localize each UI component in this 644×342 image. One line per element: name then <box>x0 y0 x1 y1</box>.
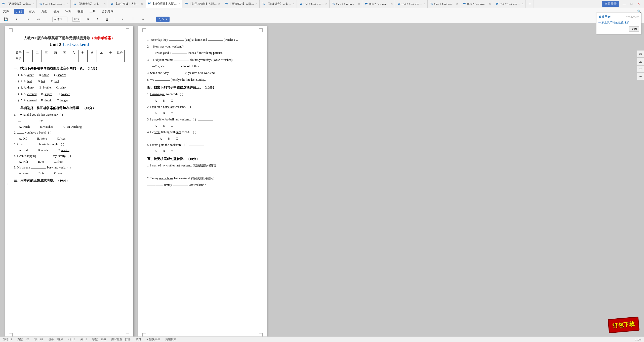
menu-view[interactable]: 视图 <box>76 9 85 14</box>
sidebar-icon-3[interactable]: ♡ <box>637 65 644 72</box>
tab-14-close[interactable]: ✕ <box>489 3 491 5</box>
tab-7-close[interactable]: ✕ <box>255 3 257 5</box>
status-words: 字数：1661 <box>92 337 106 341</box>
section-4-heading: 四、找出下列句子中错误选项并改正。（10分） <box>147 85 258 90</box>
tab-8-close[interactable]: ✕ <box>293 3 295 5</box>
tab-1-close[interactable]: ✕ <box>32 3 34 5</box>
q4-2-underline1: fall <box>152 105 156 109</box>
menu-ref[interactable]: 引用 <box>52 9 60 14</box>
menu-vip[interactable]: 会员专享 <box>101 9 115 14</box>
status-bar: 页码：1 页数：1/9 节：1/1 设备：2厘米 行：1 列：1 字数：1661… <box>0 336 644 342</box>
q1-1-B: show <box>42 73 49 77</box>
menu-insert[interactable]: 插入 <box>28 9 36 14</box>
menu-file[interactable]: 文件 <box>2 9 10 14</box>
font-select[interactable]: 宋体 ▾ <box>52 17 67 22</box>
download-badge[interactable]: 打包下载 <box>608 317 639 333</box>
add-tab-btn[interactable]: + <box>526 0 534 8</box>
q2-5-B: B. is <box>38 172 44 175</box>
section-5-heading: 五、按要求完成句型转换。（10分） <box>147 157 258 161</box>
tab-11[interactable]: W Unit 2 Last wee… ✕ <box>363 0 395 8</box>
tab-10-close[interactable]: ✕ <box>358 3 360 5</box>
align-left-button[interactable]: ≡ <box>120 17 125 22</box>
italic-button[interactable]: I <box>95 17 99 22</box>
score-cell-4 <box>51 56 60 62</box>
menu-review[interactable]: 审阅 <box>64 9 72 14</box>
tab-8[interactable]: W 【阅读提升】人影… ✕ <box>260 0 297 8</box>
maximize-button[interactable]: □ <box>629 2 634 6</box>
tab-15-label: Unit 2 Last wee… <box>500 3 520 6</box>
font-size-select[interactable]: 12 ▾ <box>72 17 80 22</box>
tab-2[interactable]: W Unit 2 Last week… ✕ <box>37 0 71 8</box>
score-header-6: 六 <box>69 50 78 56</box>
menu-page[interactable]: 页面 <box>40 9 48 14</box>
print-button[interactable]: 🖨 <box>35 17 42 22</box>
sidebar-icon-4[interactable]: ⋯ <box>637 73 644 80</box>
tab-9[interactable]: W Unit 2 Last wee… ✕ <box>297 0 330 8</box>
tab-12-close[interactable]: ✕ <box>423 3 425 5</box>
q3-1-blank2 <box>208 40 223 41</box>
sidebar-icon-2[interactable]: ☁ <box>637 58 644 65</box>
tab-4-close[interactable]: ✕ <box>141 3 143 5</box>
score-cell-6 <box>69 56 78 62</box>
tab-14[interactable]: W Unit 2 Last wee… ✕ <box>461 0 493 8</box>
welcome-link[interactable]: 从上次离错的位置继续 <box>601 21 629 24</box>
tab-13-close[interactable]: ✕ <box>456 3 458 5</box>
q1-2-B: hat <box>41 79 45 83</box>
q4-1-stem: 1. Howwasyou weekend?（ ） <box>147 92 258 97</box>
login-button[interactable]: 立即登录 <box>602 1 619 7</box>
close-button[interactable]: ✕ <box>636 2 641 6</box>
tab-3[interactable]: W 【达标测试】人影… ✕ <box>71 0 108 8</box>
tab-5-close[interactable]: ✕ <box>178 2 180 5</box>
sidebar-icon-1[interactable]: ✉ <box>637 50 644 57</box>
word-icon-3: W <box>73 2 76 6</box>
minimize-button[interactable]: — <box>621 2 627 6</box>
tab-13[interactable]: W Unit 2 Last wee… ✕ <box>428 0 460 8</box>
q2-2-A: A. Did <box>19 137 27 141</box>
page-corner-tr <box>126 28 129 32</box>
tab-15[interactable]: W Unit 2 Last wee… ✕ <box>494 0 526 8</box>
tab-2-label: Unit 2 Last week… <box>43 3 65 6</box>
share-button[interactable]: 分享 ▾ <box>156 17 170 22</box>
q5-1-underline: I washed my clothes <box>150 164 175 167</box>
word-icon-6: W <box>185 2 188 6</box>
q2-4-B: B. to <box>38 160 44 164</box>
tab-15-close[interactable]: ✕ <box>521 3 524 5</box>
status-zoom[interactable]: 110% <box>635 338 641 341</box>
status-settings: 设备：2厘米 <box>48 337 64 341</box>
tab-2-close[interactable]: ✕ <box>66 3 68 5</box>
align-center-button[interactable]: ☰ <box>130 17 136 22</box>
tab-6-close[interactable]: ✕ <box>218 3 220 5</box>
tab-6[interactable]: W 【句子与句型】人影… ✕ <box>183 0 222 8</box>
tab-9-close[interactable]: ✕ <box>325 3 327 5</box>
welcome-close-button[interactable]: 关闭 <box>629 26 639 32</box>
tab-12[interactable]: W Unit 2 Last wee… ✕ <box>395 0 428 8</box>
status-proofread[interactable]: 校对 <box>136 337 141 341</box>
doc-annotation: （有参考答案） <box>90 36 115 40</box>
tab-3-close[interactable]: ✕ <box>104 3 106 5</box>
menu-tools[interactable]: 工具 <box>89 9 97 14</box>
q3-2-blank <box>172 54 187 54</box>
align-right-button[interactable]: ≡ <box>141 17 146 22</box>
undo-button[interactable]: ↩ <box>14 17 20 22</box>
add-tab-icon: + <box>529 2 531 6</box>
q4-4-choices: A B C <box>160 136 258 141</box>
tab-4[interactable]: W 【核心突破】人影… ✕ <box>108 0 145 8</box>
tab-7[interactable]: W 【画读练习】人影… ✕ <box>223 0 260 8</box>
q3-1: 1. Yesterday they (stay) at home and (wa… <box>147 37 258 42</box>
q4-4-stem: 4. He went fishing with him friend. （ ） <box>147 130 258 135</box>
main-area: ⠿ 人教PEP版六年级英语下册单元测试提升卷（有参考答案） Unit 2 Las… <box>0 23 644 342</box>
redo-button[interactable]: ↪ <box>25 17 30 22</box>
status-missing-font[interactable]: ✦ 缺失字体 <box>146 337 160 341</box>
tab-11-close[interactable]: ✕ <box>391 3 393 5</box>
bold-button[interactable]: B <box>85 17 90 22</box>
underline-button[interactable]: U <box>104 17 110 22</box>
save-button[interactable]: 💾 <box>3 17 9 22</box>
tab-1[interactable]: W 【达标测试】人影… ✕ <box>0 0 37 8</box>
menu-start[interactable]: 开始 <box>14 9 24 14</box>
q5-1-answer-line <box>153 170 252 174</box>
tab-5[interactable]: W 【核心突破】人影… ✕ <box>146 0 182 8</box>
q4-1-choices: A B C <box>155 98 258 103</box>
score-cell-3 <box>42 56 51 62</box>
q2-1-B: B. watched <box>40 125 53 129</box>
tab-10[interactable]: W Unit 2 Last wee… ✕ <box>330 0 362 8</box>
